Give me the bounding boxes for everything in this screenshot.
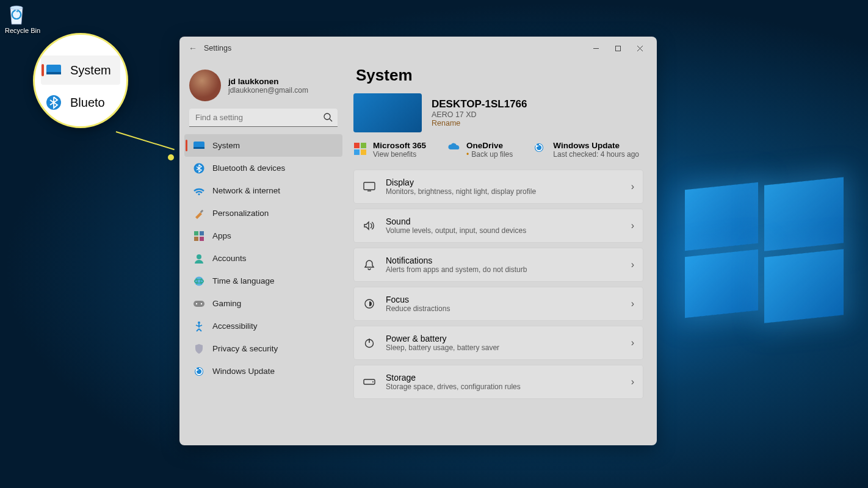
update-icon xyxy=(193,365,205,378)
sidebar-item-accessibility[interactable]: Accessibility xyxy=(184,315,342,337)
device-thumbnail xyxy=(353,93,422,132)
search-input[interactable] xyxy=(189,109,338,127)
close-icon xyxy=(637,45,643,52)
wifi-icon xyxy=(193,185,205,197)
svg-rect-25 xyxy=(361,143,366,148)
ms365-icon xyxy=(353,142,367,156)
minimize-icon xyxy=(593,45,599,52)
svg-point-17 xyxy=(195,276,204,285)
sidebar-item-accounts[interactable]: Accounts xyxy=(184,247,342,270)
focus-icon xyxy=(363,297,376,310)
power-icon xyxy=(363,336,376,350)
callout-system-row: System xyxy=(41,56,120,85)
svg-rect-26 xyxy=(354,149,360,155)
sidebar-item-label: Accounts xyxy=(212,254,247,263)
svg-rect-27 xyxy=(361,149,366,155)
svg-rect-2 xyxy=(615,46,620,51)
shield-icon xyxy=(193,343,205,355)
windows-logo-wallpaper xyxy=(685,174,844,314)
search-icon xyxy=(323,112,333,122)
callout-bluetooth-row: Blueto xyxy=(41,85,120,114)
search-box[interactable] xyxy=(189,109,338,127)
account-email: jdlaukkonen@gmail.com xyxy=(228,86,308,95)
recycle-bin-label: Recycle Bin xyxy=(5,27,40,34)
device-model: AERO 17 XD xyxy=(432,110,527,119)
quick-onedrive[interactable]: OneDrive•Back up files xyxy=(447,141,513,159)
system-icon xyxy=(193,140,205,152)
sidebar-item-privacy-security[interactable]: Privacy & security xyxy=(184,337,342,360)
sound-icon xyxy=(363,219,376,232)
storage-icon xyxy=(363,375,376,389)
account-name: jd laukkonen xyxy=(228,77,308,86)
card-focus[interactable]: FocusReduce distractions› xyxy=(353,287,643,321)
game-icon xyxy=(193,298,205,310)
svg-rect-11 xyxy=(200,209,204,213)
device-block: DESKTOP-1SL1766 AERO 17 XD Rename xyxy=(353,93,643,132)
sidebar-item-windows-update[interactable]: Windows Update xyxy=(184,360,342,382)
quick-microsoft-[interactable]: Microsoft 365View benefits xyxy=(353,141,426,159)
device-name: DESKTOP-1SL1766 xyxy=(432,98,527,110)
page-title: System xyxy=(356,66,643,85)
svg-rect-8 xyxy=(193,147,204,149)
svg-point-35 xyxy=(372,381,374,382)
svg-rect-13 xyxy=(200,231,204,235)
sidebar-item-gaming[interactable]: Gaming xyxy=(184,292,342,315)
quick-links: Microsoft 365View benefitsOneDrive•Back … xyxy=(353,141,643,159)
sidebar-item-time-language[interactable]: Time & language xyxy=(184,270,342,292)
chevron-right-icon: › xyxy=(631,337,634,348)
chevron-right-icon: › xyxy=(631,298,634,309)
globe-icon xyxy=(193,275,205,287)
close-button[interactable] xyxy=(629,40,651,57)
callout-magnifier: System Blueto xyxy=(33,33,128,128)
chevron-right-icon: › xyxy=(631,220,634,231)
bell-icon xyxy=(363,258,376,271)
svg-rect-24 xyxy=(354,143,360,148)
svg-rect-15 xyxy=(200,237,204,241)
card-display[interactable]: DisplayMonitors, brightness, night light… xyxy=(353,170,643,204)
chevron-right-icon: › xyxy=(631,259,634,270)
bluetooth-icon xyxy=(193,162,205,174)
card-power-battery[interactable]: Power & batterySleep, battery usage, bat… xyxy=(353,326,643,360)
svg-point-21 xyxy=(201,303,202,304)
callout-line xyxy=(116,131,175,150)
settings-cards: DisplayMonitors, brightness, night light… xyxy=(353,170,643,399)
chevron-right-icon: › xyxy=(631,181,634,192)
update-icon xyxy=(533,142,547,156)
rename-link[interactable]: Rename xyxy=(432,119,527,127)
sidebar-item-label: Network & internet xyxy=(212,186,280,195)
sidebar-item-label: Accessibility xyxy=(212,321,258,331)
onedrive-icon xyxy=(447,142,460,156)
sidebar-item-personalization[interactable]: Personalization xyxy=(184,202,342,224)
svg-rect-12 xyxy=(194,231,198,235)
desktop-icon-recycle-bin[interactable]: Recycle Bin xyxy=(5,2,40,34)
window-title: Settings xyxy=(204,44,231,52)
titlebar: ← Settings xyxy=(179,37,657,60)
main-panel: System DESKTOP-1SL1766 AERO 17 XD Rename… xyxy=(347,60,657,445)
chevron-right-icon: › xyxy=(631,376,634,387)
system-icon xyxy=(46,64,62,76)
brush-icon xyxy=(193,207,205,220)
accessibility-icon xyxy=(193,320,205,332)
svg-point-16 xyxy=(197,254,201,259)
display-icon xyxy=(363,180,376,193)
card-storage[interactable]: StorageStorage space, drives, configurat… xyxy=(353,365,643,399)
sidebar-item-apps[interactable]: Apps xyxy=(184,224,342,247)
avatar xyxy=(189,70,221,101)
sidebar-item-bluetooth-devices[interactable]: Bluetooth & devices xyxy=(184,157,342,179)
account-block[interactable]: jd laukkonen jdlaukkonen@gmail.com xyxy=(189,70,338,101)
maximize-button[interactable] xyxy=(607,40,629,57)
sidebar-item-label: Personalization xyxy=(212,209,269,218)
back-button[interactable]: ← xyxy=(186,43,200,53)
settings-window: ← Settings jd laukkonen jdlaukkonen@gmai… xyxy=(179,37,657,445)
apps-icon xyxy=(193,230,205,242)
card-notifications[interactable]: NotificationsAlerts from apps and system… xyxy=(353,248,643,282)
quick-windows-update[interactable]: Windows UpdateLast checked: 4 hours ago xyxy=(533,141,639,159)
minimize-button[interactable] xyxy=(585,40,607,57)
sidebar-item-label: Privacy & security xyxy=(212,344,278,353)
card-sound[interactable]: SoundVolume levels, output, input, sound… xyxy=(353,209,643,243)
svg-point-5 xyxy=(324,113,330,120)
sidebar-item-system[interactable]: System xyxy=(184,134,342,157)
person-icon xyxy=(193,253,205,265)
sidebar-item-network-internet[interactable]: Network & internet xyxy=(184,179,342,202)
svg-rect-14 xyxy=(194,237,198,241)
